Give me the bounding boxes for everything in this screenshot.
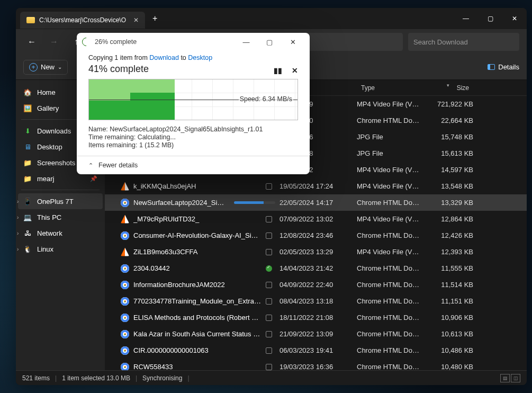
table-row[interactable]: 2304.0344214/04/2023 21:42Chrome HTML Do… [105, 260, 527, 276]
file-size: 12,864 KB [426, 215, 473, 223]
file-type-icon [121, 297, 129, 306]
table-row[interactable]: ZiL1B9mo63u3CFFA02/05/2023 13:29MP4 Vide… [105, 244, 527, 260]
dialog-close-button[interactable]: ✕ [281, 34, 304, 50]
file-type: Chrome HTML Do… [357, 199, 426, 207]
view-large-button[interactable]: ◫ [511, 374, 520, 382]
pc-icon: 💻 [23, 213, 32, 221]
sidebar-item-linux[interactable]: ›🐧Linux [18, 241, 103, 257]
file-name: Kala Azar in South Asia Current Status a… [133, 330, 262, 338]
table-row[interactable]: RCW55843319/03/2023 16:36Chrome HTML Do…… [105, 359, 527, 370]
file-date: 22/05/2024 14:17 [279, 199, 357, 207]
table-row[interactable]: k_iKKMQaLhs0ejAH19/05/2024 17:24MP4 Vide… [105, 178, 527, 194]
table-row[interactable]: _M79cRpRUIdTD32_07/09/2022 13:02MP4 Vide… [105, 211, 527, 227]
file-type: Chrome HTML Do… [357, 281, 426, 289]
progress-ring-icon [80, 36, 93, 48]
file-name: RCW558433 [133, 363, 262, 370]
cancel-button[interactable]: ✕ [292, 66, 298, 75]
new-tab-button[interactable]: + [152, 14, 157, 23]
file-name: ELISA Methods and Protocols (Robert Hn… [133, 314, 262, 321]
home-icon: 🏠 [23, 88, 32, 96]
file-name: InformationBrochureJAM2022 [133, 281, 262, 289]
file-type: Chrome HTML Do… [357, 297, 426, 305]
file-size: 12,426 KB [426, 231, 473, 239]
file-type: MP4 Video File (V… [357, 166, 426, 174]
speed-label: Speed: 6.34 MB/s [239, 95, 293, 103]
file-size: 14,597 KB [426, 166, 473, 174]
folder-icon: 📁 [23, 174, 32, 183]
table-row[interactable]: Kala Azar in South Asia Current Status a… [105, 326, 527, 342]
file-date: 06/03/2023 19:41 [279, 346, 357, 354]
sidebar-item-oneplus[interactable]: ›📱OnePlus 7T [18, 193, 103, 209]
file-type-icon [121, 314, 129, 322]
fewer-details-button[interactable]: ⌃ Fewer details [77, 156, 310, 174]
file-name: NewSurfaceLaptop2024_Signal65LabInsig… [133, 199, 228, 207]
file-name: _M79cRpRUIdTD32_ [133, 215, 262, 223]
window-controls: — ▢ ✕ [454, 8, 527, 29]
tab-title: C:\Users\mearj\CrossDevice\O [39, 16, 126, 24]
file-date: 19/05/2024 17:24 [279, 182, 357, 190]
forward-button[interactable]: → [46, 33, 62, 50]
dialog-titlebar[interactable]: 26% complete — ▢ ✕ [77, 33, 310, 51]
tab-close-icon[interactable]: ✕ [133, 16, 139, 24]
search-placeholder: Search Download [413, 38, 468, 46]
maximize-button[interactable]: ▢ [478, 8, 502, 29]
back-button[interactable]: ← [23, 33, 40, 50]
file-size: 15,613 KB [426, 149, 473, 157]
file-date: 21/09/2022 13:09 [279, 330, 357, 338]
file-size: 11,514 KB [426, 281, 473, 289]
cloud-icon [266, 233, 272, 239]
table-row[interactable]: CIR.000000000000106306/03/2023 19:41Chro… [105, 342, 527, 359]
col-size[interactable]: ▾Size [426, 84, 473, 92]
file-type: Chrome HTML Do… [357, 264, 426, 272]
col-type[interactable]: Type [357, 84, 426, 92]
file-date: 02/05/2023 13:29 [279, 248, 357, 256]
file-type: Chrome HTML Do… [357, 314, 426, 321]
file-name: 2304.03442 [133, 264, 262, 272]
tab-current[interactable]: C:\Users\mearj\CrossDevice\O ✕ [20, 12, 145, 29]
dialog-title: 26% complete [95, 38, 230, 46]
details-button[interactable]: Details [488, 63, 519, 71]
file-name: CIR.0000000000001063 [133, 346, 262, 354]
file-size: 11,555 KB [426, 264, 473, 272]
table-row[interactable]: ELISA Methods and Protocols (Robert Hn…1… [105, 309, 527, 326]
available-local-icon [266, 265, 272, 272]
minimize-button[interactable]: — [454, 8, 478, 29]
download-progress [234, 201, 275, 204]
file-type-icon [121, 248, 129, 256]
file-type: Chrome HTML Do… [357, 346, 426, 354]
file-type: Chrome HTML Do… [357, 363, 426, 370]
cloud-icon [266, 216, 272, 222]
table-row[interactable]: NewSurfaceLaptop2024_Signal65LabInsig…22… [105, 194, 527, 211]
file-type-icon [121, 363, 129, 371]
sidebar-item-network[interactable]: ›🖧Network [18, 225, 103, 241]
chevron-right-icon: › [17, 230, 19, 236]
table-row[interactable]: Consumer-AI-Revolution-Galaxy-AI_Sign…12… [105, 227, 527, 244]
file-type-icon [121, 231, 129, 240]
view-details-button[interactable]: ▤ [500, 374, 510, 382]
file-type: JPG File [357, 149, 426, 157]
chevron-up-icon: ⌃ [88, 162, 93, 169]
dialog-minimize-button[interactable]: — [235, 34, 258, 50]
details-pane-icon [488, 64, 495, 70]
sidebar-item-thispc[interactable]: ›💻This PC [18, 209, 103, 225]
dst-link[interactable]: Desktop [188, 54, 212, 61]
search-input[interactable]: Search Download [408, 33, 519, 51]
file-size: 15,748 KB [426, 133, 473, 141]
table-row[interactable]: 7702334778Training_Module_on_Extrapul…08… [105, 293, 527, 309]
file-type-icon [121, 182, 129, 191]
chevron-down-icon: ⌄ [58, 64, 62, 70]
dialog-maximize-button[interactable]: ▢ [258, 34, 281, 50]
phone-icon: 📱 [23, 197, 32, 206]
copy-info: Name: NewSurfaceLaptop2024_Signal65LabIn… [88, 126, 298, 149]
src-link[interactable]: Download [149, 54, 179, 61]
close-button[interactable]: ✕ [502, 8, 527, 29]
file-date: 14/04/2023 21:42 [279, 264, 357, 272]
table-row[interactable]: InformationBrochureJAM202204/09/2022 22:… [105, 276, 527, 293]
file-size: 13,329 KB [426, 199, 473, 207]
new-button[interactable]: + New ⌄ [23, 60, 68, 75]
file-date: 08/04/2023 13:18 [279, 297, 357, 305]
file-type-icon [121, 330, 129, 338]
pause-button[interactable]: ▮▮ [274, 66, 282, 75]
file-name: ZiL1B9mo63u3CFFA [133, 248, 262, 256]
file-size: 10,486 KB [426, 346, 473, 354]
